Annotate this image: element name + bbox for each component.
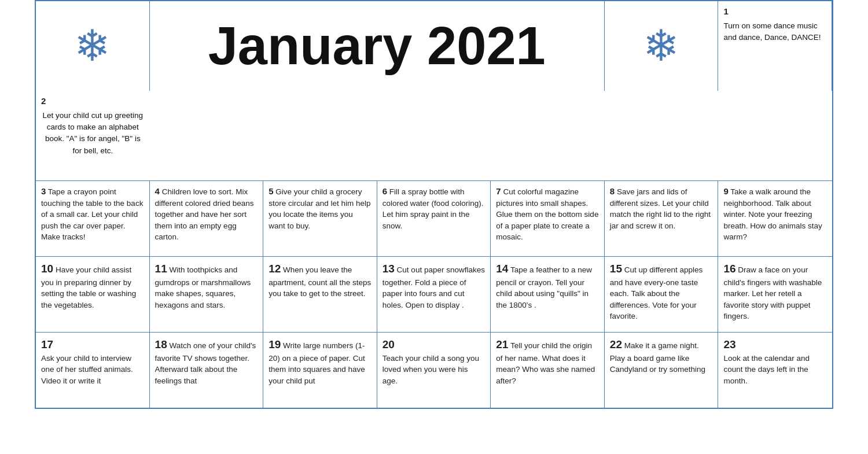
cell-day-6: 6 Fill a spray bottle with colored water… [377, 181, 491, 256]
day-5-text: Give your child a grocery store circular… [269, 187, 370, 230]
cell-day-17: 17 Ask your child to interview one of he… [36, 333, 150, 408]
day-11-text: With toothpicks and gumdrops or marshmal… [155, 265, 251, 309]
day-23-text: Look at the calendar and count the days … [723, 354, 810, 385]
day-11-num: 11 [155, 263, 167, 275]
day-21-num: 21 [496, 338, 508, 350]
cell-day-8: 8 Save jars and lids of different sizes.… [605, 181, 719, 256]
day-18-num: 18 [155, 338, 167, 350]
cell-day-12: 12 When you leave the apartment, count a… [263, 257, 377, 332]
cell-day-2: 2 Let your child cut up greeting cards t… [36, 91, 150, 180]
snowflake-thu-icon: ❄ [643, 5, 679, 87]
day-3-num: 3 [41, 186, 46, 196]
cell-day-7: 7 Cut colorful magazine pictures into sm… [491, 181, 605, 256]
day-2-number: 2 [41, 95, 46, 108]
day-10-num: 10 [41, 263, 53, 275]
week-row-3: 10 Have your child assist you in prepari… [36, 257, 832, 333]
day-22-num: 22 [610, 338, 622, 350]
snowflake-sun-icon: ❄ [74, 5, 111, 87]
cell-day-4: 4 Children love to sort. Mix different c… [150, 181, 264, 256]
day-15-text: Cut up different apples and have every-o… [610, 265, 703, 320]
day-9-text: Take a walk around the neighborhood. Tal… [723, 187, 822, 241]
cell-day-15: 15 Cut up different apples and have ever… [605, 257, 719, 332]
day-17-text: Ask your child to interview one of her s… [41, 354, 133, 385]
week-row-2: 3 Tape a crayon point touching the table… [36, 181, 832, 257]
day-19-text: Write large numbers (1-20) on a piece of… [269, 341, 365, 385]
cell-day-10: 10 Have your child assist you in prepari… [36, 257, 150, 332]
day-12-text: When you leave the apartment, count all … [269, 265, 371, 298]
day-18-text: Watch one of your child's favorite TV sh… [155, 341, 256, 385]
day-16-text: Draw a face on your child's fingers with… [723, 265, 822, 320]
cell-day-21: 21 Tell your child the origin of her nam… [491, 333, 605, 408]
day-20-num: 20 [382, 337, 486, 353]
day-20-text: Teach your child a song you loved when y… [382, 354, 479, 385]
day-1-number: 1 [723, 5, 728, 18]
cell-day-20: 20 Teach your child a song you loved whe… [377, 333, 491, 408]
day-23-num: 23 [723, 337, 827, 353]
day-13-num: 13 [382, 263, 395, 275]
day-3-text: Tape a crayon point touching the table t… [41, 187, 143, 241]
day-8-text: Save jars and lids of different sizes. L… [610, 187, 711, 230]
cell-day-11: 11 With toothpicks and gumdrops or marsh… [150, 257, 264, 332]
month-year-title: January 2021 [208, 8, 546, 84]
day-7-num: 7 [496, 186, 501, 196]
day-19-num: 19 [269, 338, 281, 350]
day-4-num: 4 [155, 186, 160, 196]
cell-day-14: 14 Tape a feather to a new pencil or cra… [491, 257, 605, 332]
day-8-num: 8 [610, 186, 615, 196]
calendar: ❄ January 2021 ❄ 1 Turn on some dance mu… [35, 0, 833, 409]
day-16-num: 16 [723, 263, 735, 275]
day-12-num: 12 [269, 263, 281, 275]
cell-row1-thu: ❄ [605, 1, 719, 91]
cell-day-23: 23 Look at the calendar and count the da… [718, 333, 832, 408]
day-5-num: 5 [269, 186, 273, 196]
day-1-text: Turn on some dance music and dance, Danc… [723, 20, 826, 44]
month-header-row: ❄ January 2021 ❄ 1 Turn on some dance mu… [36, 1, 832, 181]
day-10-text: Have your child assist you in preparing … [41, 265, 136, 309]
day-9-num: 9 [723, 186, 728, 196]
cell-row1-sun: ❄ [36, 1, 150, 91]
day-13-text: Cut out paper snowflakes together. Fold … [382, 265, 485, 309]
cell-day-9: 9 Take a walk around the neighborhood. T… [718, 181, 832, 256]
day-4-text: Children love to sort. Mix different col… [155, 187, 254, 241]
cell-day-18: 18 Watch one of your child's favorite TV… [150, 333, 264, 408]
day-2-text: Let your child cut up greeting cards to … [41, 110, 145, 157]
day-6-text: Fill a spray bottle with colored water (… [382, 187, 484, 230]
day-7-text: Cut colorful magazine pictures into smal… [496, 187, 598, 241]
cell-day-13: 13 Cut out paper snowflakes together. Fo… [377, 257, 491, 332]
day-14-text: Tape a feather to a new pencil or crayon… [496, 265, 592, 309]
cell-day-3: 3 Tape a crayon point touching the table… [36, 181, 150, 256]
day-14-num: 14 [496, 263, 508, 275]
calendar-container: ❄ January 2021 ❄ 1 Turn on some dance mu… [0, 0, 868, 420]
cell-day-19: 19 Write large numbers (1-20) on a piece… [263, 333, 377, 408]
day-15-num: 15 [610, 263, 622, 275]
day-21-text: Tell your child the origin of her name. … [496, 341, 595, 385]
day-22-text: Make it a game night. Play a board game … [610, 341, 705, 374]
cell-month-title: January 2021 [150, 1, 605, 91]
cell-day-1: 1 Turn on some dance music and dance, Da… [718, 1, 832, 91]
day-6-num: 6 [382, 186, 387, 196]
cell-day-22: 22 Make it a game night. Play a board ga… [605, 333, 719, 408]
cell-day-5: 5 Give your child a grocery store circul… [263, 181, 377, 256]
day-17-num: 17 [41, 337, 144, 353]
week-row-4: 17 Ask your child to interview one of he… [36, 333, 832, 408]
cell-day-16: 16 Draw a face on your child's fingers w… [718, 257, 832, 332]
